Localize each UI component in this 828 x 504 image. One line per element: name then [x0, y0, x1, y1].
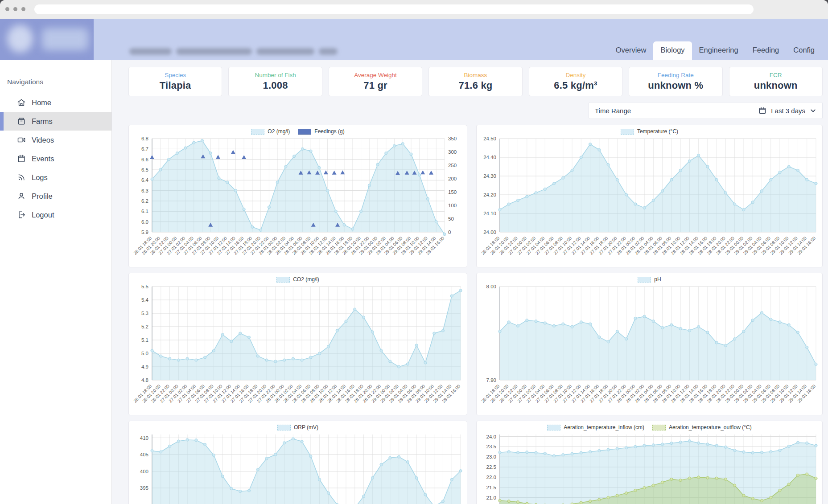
svg-text:28.01 20:00: 28.01 20:00 — [706, 235, 726, 255]
app-header: OverviewBiologyEngineeringFeedingConfig — [94, 19, 828, 60]
svg-text:27.01 04:00: 27.01 04:00 — [177, 383, 197, 403]
charts-grid: O2 (mg/l)Feedings (g)6.86.76.66.56.46.36… — [128, 125, 823, 504]
sidebar-item-profile[interactable]: Profile — [0, 187, 111, 205]
svg-text:29.01 02:00: 29.01 02:00 — [379, 383, 400, 403]
svg-text:26.01 22:00: 26.01 22:00 — [498, 235, 519, 255]
tab-biology[interactable]: Biology — [653, 41, 692, 60]
svg-text:28.01 22:00: 28.01 22:00 — [350, 235, 370, 255]
window-control-icon[interactable] — [21, 7, 25, 11]
legend-item[interactable]: CO2 (mg/l) — [276, 276, 319, 283]
sidebar-item-home[interactable]: Home — [0, 93, 111, 112]
chart-o2-feedings: O2 (mg/l)Feedings (g)6.86.76.66.56.46.36… — [128, 125, 467, 267]
svg-text:24.20: 24.20 — [483, 192, 496, 197]
sidebar-item-label: Profile — [32, 192, 53, 201]
url-bar[interactable] — [34, 4, 754, 14]
svg-text:29.01 06:00: 29.01 06:00 — [751, 383, 771, 403]
legend-item[interactable]: pH — [638, 276, 661, 283]
svg-text:6.2: 6.2 — [141, 198, 148, 204]
svg-text:26.01 22:00: 26.01 22:00 — [150, 383, 170, 403]
svg-text:29.01 16:00: 29.01 16:00 — [441, 383, 461, 403]
svg-text:28.01 16:00: 28.01 16:00 — [688, 235, 708, 255]
svg-text:27.01 12:00: 27.01 12:00 — [562, 383, 582, 403]
browser-window: OverviewBiologyEngineeringFeedingConfig … — [0, 0, 828, 504]
legend-item[interactable]: Aeration_temperature_outflow (°C) — [652, 424, 752, 430]
tab-config[interactable]: Config — [786, 41, 822, 60]
breadcrumb-item-redacted — [319, 48, 338, 55]
svg-text:27.01 16:00: 27.01 16:00 — [580, 235, 600, 255]
legend-item[interactable]: ORP (mV) — [277, 424, 318, 430]
sidebar-item-logout[interactable]: Logout — [0, 205, 111, 224]
svg-text:28.01 10:00: 28.01 10:00 — [661, 383, 681, 403]
legend-label: pH — [654, 276, 661, 283]
svg-text:27.01 20:00: 27.01 20:00 — [598, 383, 618, 403]
window-control-icon[interactable] — [5, 7, 9, 11]
legend-swatch-icon — [652, 425, 666, 430]
sidebar-item-label: Events — [32, 155, 54, 163]
svg-text:27.01 16:00: 27.01 16:00 — [230, 383, 250, 403]
svg-text:28.01 12:00: 28.01 12:00 — [308, 235, 328, 255]
svg-text:23.5: 23.5 — [486, 444, 496, 449]
svg-text:28.01 08:00: 28.01 08:00 — [291, 235, 311, 255]
calendar-icon — [758, 107, 766, 115]
svg-text:29.01 04:00: 29.01 04:00 — [742, 235, 762, 255]
legend-item[interactable]: Feedings (g) — [298, 128, 344, 135]
svg-text:29.01 02:00: 29.01 02:00 — [367, 235, 387, 255]
svg-text:405: 405 — [140, 452, 148, 457]
video-icon — [17, 135, 26, 144]
svg-text:29.01 00:00: 29.01 00:00 — [724, 383, 744, 403]
stat-card-biomass: Biomass71.6 kg — [428, 67, 522, 96]
svg-text:29.01 04:00: 29.01 04:00 — [742, 383, 762, 403]
chart-legend: Aeration_temperature_inflow (cm)Aeration… — [477, 424, 822, 430]
legend-item[interactable]: O2 (mg/l) — [251, 128, 290, 135]
svg-text:29.01 02:00: 29.01 02:00 — [733, 383, 753, 403]
tab-overview[interactable]: Overview — [609, 41, 654, 60]
svg-text:300: 300 — [448, 149, 457, 155]
tab-bar: OverviewBiologyEngineeringFeedingConfig — [609, 41, 822, 60]
svg-text:28.01 22:00: 28.01 22:00 — [715, 383, 735, 403]
sidebar-item-logs[interactable]: Logs — [0, 168, 111, 187]
svg-text:29.01 08:00: 29.01 08:00 — [760, 383, 780, 403]
svg-text:27.01 06:00: 27.01 06:00 — [535, 235, 555, 255]
legend-swatch-icon — [638, 277, 651, 283]
svg-text:27.01 02:00: 27.01 02:00 — [516, 383, 536, 403]
svg-text:28.01 14:00: 28.01 14:00 — [317, 235, 337, 255]
chart-canvas-aeration-temperature: 24.023.523.022.522.021.521.026.01 18:002… — [477, 421, 823, 504]
sidebar-item-events[interactable]: Events — [0, 149, 111, 168]
tab-feeding[interactable]: Feeding — [746, 41, 787, 60]
sidebar-item-farms[interactable]: Farms — [0, 112, 111, 131]
svg-text:29.01 12:00: 29.01 12:00 — [779, 235, 799, 255]
svg-text:29.01 12:00: 29.01 12:00 — [408, 235, 428, 255]
svg-text:29.01 12:00: 29.01 12:00 — [779, 383, 799, 403]
svg-text:27.01 06:00: 27.01 06:00 — [535, 383, 555, 403]
legend-label: CO2 (mg/l) — [293, 276, 319, 283]
svg-text:27.01 04:00: 27.01 04:00 — [174, 235, 194, 255]
stat-card-fcr: FCRunknown — [729, 67, 823, 96]
chart-legend: ORP (mV) — [129, 424, 467, 430]
sidebar-nav: HomeFarmsVideosEventsLogsProfileLogout — [0, 93, 111, 224]
svg-text:28.01 12:00: 28.01 12:00 — [317, 383, 338, 403]
svg-text:27.01 14:00: 27.01 14:00 — [216, 235, 236, 255]
svg-text:27.01 00:00: 27.01 00:00 — [158, 235, 178, 255]
svg-text:28.01 22:00: 28.01 22:00 — [362, 383, 382, 403]
legend-item[interactable]: Temperature (°C) — [621, 128, 678, 135]
svg-text:28.01 02:00: 28.01 02:00 — [625, 383, 645, 403]
svg-text:27.01 14:00: 27.01 14:00 — [571, 383, 591, 403]
sidebar-item-videos[interactable]: Videos — [0, 131, 111, 149]
svg-text:29.01 02:00: 29.01 02:00 — [733, 235, 753, 255]
legend-item[interactable]: Aeration_temperature_inflow (cm) — [547, 424, 644, 430]
svg-text:27.01 22:00: 27.01 22:00 — [607, 235, 627, 255]
main-content: SpeciesTilapiaNumber of Fish1.008Average… — [111, 60, 828, 504]
tab-engineering[interactable]: Engineering — [692, 41, 746, 60]
svg-text:27.01 00:00: 27.01 00:00 — [159, 383, 179, 403]
chart-legend: CO2 (mg/l) — [129, 276, 467, 283]
svg-text:24.0: 24.0 — [486, 434, 496, 439]
window-control-icon[interactable] — [13, 7, 17, 11]
svg-text:7.90: 7.90 — [486, 377, 496, 383]
chart-aeration-temperature: Aeration_temperature_inflow (cm)Aeration… — [476, 421, 823, 504]
svg-text:27.01 04:00: 27.01 04:00 — [526, 235, 546, 255]
chart-canvas-o2-feedings: 6.86.76.66.56.46.36.26.16.05.93503002502… — [129, 125, 467, 267]
svg-text:5.0: 5.0 — [141, 351, 148, 356]
window-controls — [5, 7, 25, 11]
svg-text:27.01 08:00: 27.01 08:00 — [544, 235, 564, 255]
time-range-picker[interactable]: Time Range Last 3 days — [589, 102, 823, 119]
